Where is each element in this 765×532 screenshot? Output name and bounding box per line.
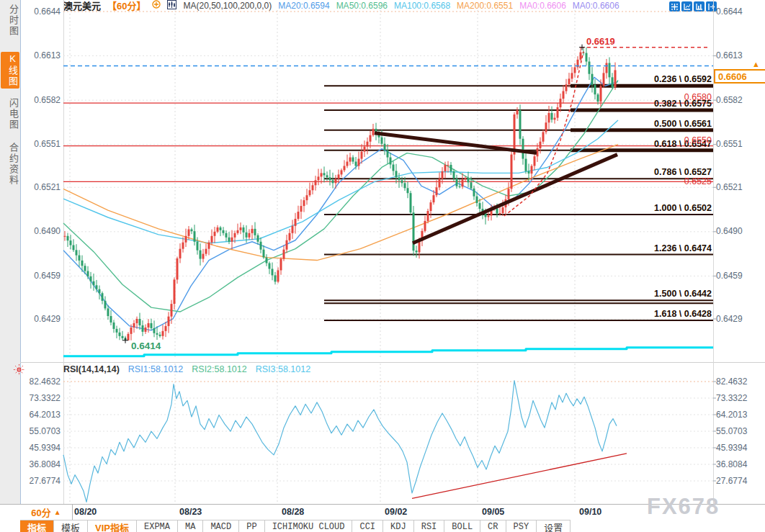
svg-text:0.236 \ 0.6592: 0.236 \ 0.6592 [654,74,712,84]
toolbar-item-ichimoku[interactable]: ICHIMOKU CLOUD [265,520,353,532]
svg-text:0.6525: 0.6525 [684,176,712,186]
period-up-icon: ▲ [54,508,61,516]
date-label: 09/10 [579,507,601,517]
toolbar-item-psy[interactable]: PSY [506,520,537,532]
indicator-toolbar: 指标 模板 VIP指标 EXPMA MA MACD PP ICHIMOKU CL… [20,520,571,532]
toolbar-item-boll[interactable]: BOLL [444,520,480,532]
toolbar-item-settings[interactable]: 设置 [537,520,571,532]
watermark: FX678 [647,494,720,520]
date-label: 09/02 [385,507,407,517]
svg-text:1.236 \ 0.6474: 1.236 \ 0.6474 [654,243,712,253]
toolbar-item-expma[interactable]: EXPMA [137,520,178,532]
toolbar-item-cr[interactable]: CR [480,520,506,532]
chart-plot-area[interactable]: 0.66190.64140.236 \ 0.65920.382 \ 0.6575… [0,0,765,532]
svg-text:1.000 \ 0.6502: 1.000 \ 0.6502 [654,203,712,213]
toolbar-item-pp[interactable]: PP [239,520,264,532]
period-selector[interactable]: 60分 ▲ [20,505,73,520]
toolbar-item-cci[interactable]: CCI [352,520,383,532]
current-price-box: 0.6606 [714,69,765,84]
toolbar-item-vip-indicator[interactable]: VIP指标 [88,520,137,532]
date-label: 09/05 [482,507,504,517]
toolbar-item-ma[interactable]: MA [178,520,203,532]
candles-down [67,48,614,341]
date-label: 08/20 [74,507,97,517]
toolbar-item-macd[interactable]: MACD [203,520,239,532]
candles-up [64,48,617,341]
svg-text:0.786 \ 0.6527: 0.786 \ 0.6527 [654,167,712,177]
price-up-arrow-icon: ▲ [752,60,760,68]
trading-app-window: 分时图 K线图 闪电图 合约资料 澳元美元 【60分】 MA(20,50,100… [0,0,765,532]
toolbar-item-indicator[interactable]: 指标 [20,520,54,532]
svg-text:0.500 \ 0.6561: 0.500 \ 0.6561 [654,119,712,129]
svg-text:0.6580: 0.6580 [684,92,712,102]
toolbar-item-rsi[interactable]: RSI [414,520,445,532]
svg-text:1.618 \ 0.6428: 1.618 \ 0.6428 [654,309,712,319]
date-label: 08/23 [179,507,202,517]
svg-text:0.6550: 0.6550 [684,135,712,145]
svg-text:1.500 \ 0.6442: 1.500 \ 0.6442 [654,289,712,299]
date-label: 08/28 [282,507,304,517]
svg-text:0.6619: 0.6619 [586,36,615,47]
svg-text:0.6414: 0.6414 [131,341,161,351]
period-selector-label: 60分 [31,505,50,519]
toolbar-item-template[interactable]: 模板 [54,520,88,532]
toolbar-item-kdj[interactable]: KDJ [383,520,414,532]
